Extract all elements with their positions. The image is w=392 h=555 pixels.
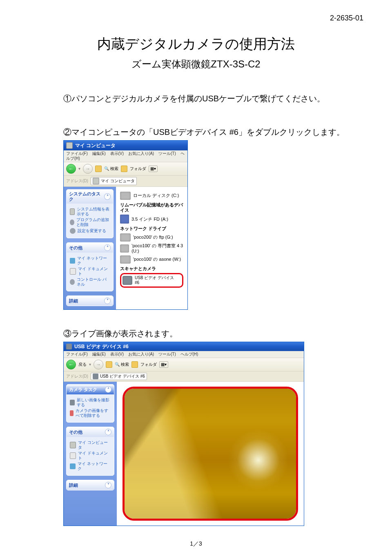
drive-label: ローカル ディスク (C:)	[133, 193, 179, 198]
tasks-other-header: その他	[69, 430, 82, 435]
collapse-icon[interactable]: ˄	[104, 193, 111, 200]
window-titlebar: USB ビデオ デバイス #6	[64, 342, 304, 351]
expand-icon[interactable]: ˅	[104, 298, 111, 304]
drive-icon	[120, 255, 131, 264]
search-label[interactable]: 🔍 検索	[115, 362, 129, 367]
window-body: システムのタスク ˄ システム情報を表示する プログラムの追加と削除 設定を変更…	[64, 187, 187, 309]
section-netdrive: ネットワーク ドライブ	[120, 226, 183, 231]
task-item[interactable]: 設定を変更する	[70, 228, 110, 234]
section-scanner: スキャナとカメラ	[120, 266, 183, 271]
tasks-details: 詳細 ˅	[66, 480, 114, 490]
menu-tools[interactable]: ツール(T)	[158, 151, 176, 156]
menu-edit[interactable]: 編集(E)	[92, 352, 106, 356]
task-item[interactable]: システム情報を表示する	[70, 207, 110, 217]
task-item[interactable]: マイ コンピュータ	[70, 440, 111, 450]
screenshot-2: USB ビデオ デバイス #6 ファイル(F) 編集(E) 表示(V) お気に入…	[63, 342, 368, 526]
back-button[interactable]: ←	[66, 360, 76, 369]
tasks-system-header: システムのタスク	[69, 191, 104, 202]
task-item[interactable]: マイ ネットワーク	[70, 461, 111, 471]
task-item[interactable]: プログラムの追加と削除	[70, 217, 110, 227]
menu-edit[interactable]: 編集(E)	[92, 151, 106, 156]
folders-icon[interactable]	[121, 166, 127, 172]
netdrive-item[interactable]: 'poco100' の 専門書室 4 3 (U:)	[120, 243, 183, 254]
menu-tools[interactable]: ツール(T)	[158, 352, 176, 356]
forward-button[interactable]: →	[83, 164, 93, 174]
menubar: ファイル(F) 編集(E) 表示(V) お気に入り(A) ツール(T) ヘルプ(…	[64, 351, 304, 358]
toolbar: ← ▾ → 🔍 検索 フォルダ ▦▾	[64, 162, 187, 176]
folders-icon[interactable]	[131, 361, 138, 368]
toolbar: ← 戻る ▾ → 🔍 検索 フォルダ ▦▾	[64, 358, 304, 371]
netdrive-label: 'poco100' の 専門書室 4 3 (U:)	[131, 243, 183, 254]
add-remove-icon	[70, 219, 74, 225]
netdrive-label: 'poco200' の ftp (G:)	[133, 235, 173, 240]
forward-button[interactable]: →	[94, 360, 103, 369]
menu-help[interactable]: ヘルプ(H)	[180, 352, 198, 356]
address-box[interactable]: マイ コンピュータ	[91, 177, 137, 185]
netdrive-item[interactable]: 'poco200' の ftp (G:)	[120, 233, 183, 242]
address-label: アドレス(D)	[66, 374, 88, 379]
tasks-camera: カメラ タスク ˄ 新しい画像を撮影する カメラの画像をすべて削除する	[66, 384, 114, 423]
tasks-other: その他 ˄ マイ ネットワーク マイ ドキュメント コントロール パネル	[66, 242, 114, 291]
netdrive-item[interactable]: 'poco100' の asone (W:)	[120, 255, 183, 264]
views-button[interactable]: ▦▾	[149, 166, 158, 172]
network-icon	[70, 463, 76, 469]
menu-fav[interactable]: お気に入り(A)	[128, 352, 154, 356]
expand-icon[interactable]: ˅	[105, 482, 111, 488]
collapse-icon[interactable]: ˄	[104, 244, 111, 251]
address-bar: アドレス(D) マイ コンピュータ	[64, 176, 187, 187]
task-item[interactable]: マイ ドキュメント	[70, 451, 111, 461]
address-value: USB ビデオ デバイス #6	[100, 374, 145, 379]
up-icon[interactable]	[95, 166, 102, 172]
title-sub: ズーム実体顕微鏡ZTX-3S-C2	[24, 58, 368, 71]
drive-icon	[120, 192, 131, 200]
computer-icon	[70, 442, 76, 448]
folders-label[interactable]: フォルダ	[140, 362, 157, 367]
network-icon	[70, 258, 75, 264]
live-preview-highlight	[122, 387, 298, 521]
address-value: マイ コンピュータ	[101, 179, 135, 184]
search-label[interactable]: 🔍 検索	[104, 166, 118, 171]
task-item[interactable]: コントロール パネル	[70, 277, 110, 287]
tasks-other: その他 ˄ マイ コンピュータ マイ ドキュメント マイ ネットワーク	[66, 427, 114, 476]
camera-icon	[66, 344, 72, 349]
xp-window-mycomputer: マイ コンピュータ ファイル(F) 編集(E) 表示(V) お気に入り(A) ツ…	[63, 140, 188, 310]
floppy-item[interactable]: 3.5 インチ FD (A:)	[120, 215, 183, 224]
menu-view[interactable]: 表示(V)	[110, 352, 124, 356]
floppy-label: 3.5 インチ FD (A:)	[131, 217, 168, 222]
camera-icon	[122, 276, 132, 285]
task-item[interactable]: 新しい画像を撮影する	[70, 398, 111, 407]
step-3-text: ③ライブ画像が表示されます。	[63, 328, 368, 339]
drive-item[interactable]: ローカル ディスク (C:)	[120, 192, 183, 200]
collapse-icon[interactable]: ˄	[105, 429, 111, 435]
collapse-icon[interactable]: ˄	[105, 386, 111, 393]
task-item[interactable]: マイ ネットワーク	[70, 256, 110, 266]
delete-icon	[70, 410, 74, 416]
folders-label[interactable]: フォルダ	[130, 166, 146, 171]
drive-icon	[120, 233, 131, 242]
menu-file[interactable]: ファイル(F)	[66, 151, 88, 156]
task-item[interactable]: カメラの画像をすべて削除する	[70, 408, 111, 418]
views-button[interactable]: ▦▾	[159, 361, 168, 368]
drive-icon	[120, 244, 129, 253]
menu-fav[interactable]: お気に入り(A)	[128, 151, 154, 156]
control-panel-icon	[70, 279, 75, 285]
menu-file[interactable]: ファイル(F)	[66, 352, 88, 356]
task-item[interactable]: マイ ドキュメント	[70, 266, 110, 276]
page-number: 1／3	[0, 540, 392, 548]
title-main: 内蔵デジタルカメラの使用方法	[24, 35, 368, 54]
back-button[interactable]: ←	[66, 164, 76, 174]
address-box[interactable]: USB ビデオ デバイス #6	[91, 373, 147, 380]
document-page: 2-2635-01 内蔵デジタルカメラの使用方法 ズーム実体顕微鏡ZTX-3S-…	[0, 0, 392, 555]
window-titlebar: マイ コンピュータ	[64, 141, 187, 150]
documents-icon	[70, 452, 76, 459]
window-body: カメラ タスク ˄ 新しい画像を撮影する カメラの画像をすべて削除する その他 …	[64, 382, 304, 526]
document-code: 2-2635-01	[330, 14, 363, 22]
computer-icon	[66, 142, 73, 149]
side-panel: カメラ タスク ˄ 新しい画像を撮影する カメラの画像をすべて削除する その他 …	[64, 382, 117, 526]
capture-icon	[70, 400, 75, 405]
usb-video-item[interactable]: USB ビデオ デバイス #6	[135, 275, 180, 285]
menu-view[interactable]: 表示(V)	[110, 151, 124, 156]
up-icon[interactable]	[106, 361, 112, 368]
window-title: USB ビデオ デバイス #6	[74, 344, 129, 349]
title-block: 内蔵デジタルカメラの使用方法 ズーム実体顕微鏡ZTX-3S-C2	[24, 35, 368, 71]
